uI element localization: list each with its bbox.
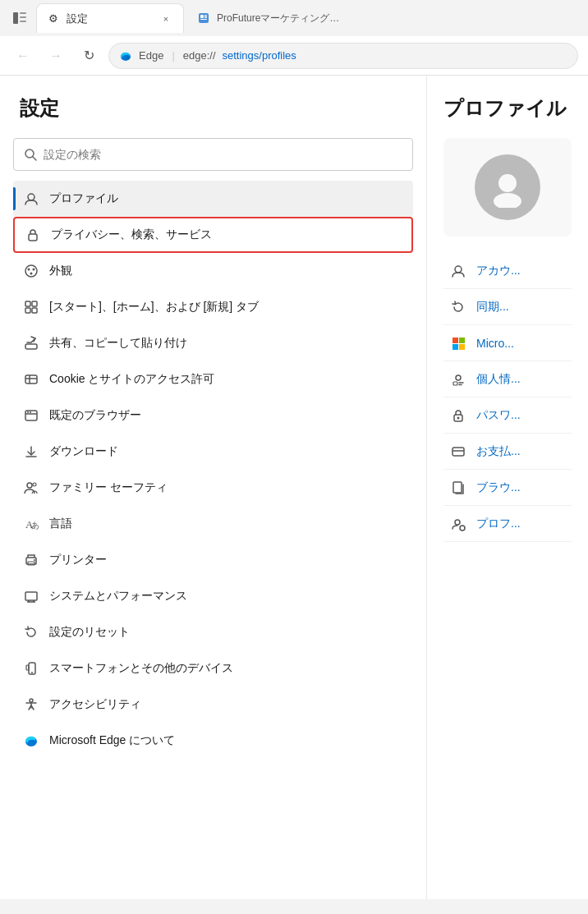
nav-item-downloads[interactable]: ダウンロード [13,434,413,470]
svg-rect-36 [28,562,34,565]
nav-item-profile[interactable]: プロファイル [13,181,413,217]
svg-point-15 [28,269,30,271]
nav-item-share[interactable]: 共有、コピーして貼り付け [13,325,413,361]
nav-item-system[interactable]: システムとパフォーマンス [13,578,413,614]
profile-sync-icon [450,299,466,315]
svg-rect-54 [459,344,465,350]
forward-icon: → [49,48,62,63]
svg-rect-21 [32,308,37,313]
search-box[interactable] [13,138,413,171]
profile-menu-account-label: アカウ... [476,264,521,278]
svg-text:あ: あ [31,521,39,530]
address-bar[interactable]: Edge | edge://settings/profiles [108,43,578,69]
profile-menu-sync[interactable]: 同期... [443,289,572,325]
svg-rect-52 [459,338,465,343]
browser-window: ⚙ 設定 × ProFutureマーケティングソリューシ... ← → ↻ [0,0,588,899]
svg-rect-3 [20,21,26,22]
profile-account-icon [450,263,466,279]
nav-item-start[interactable]: [スタート]、[ホーム]、および [新規] タブ [13,289,413,325]
search-input[interactable] [44,148,402,161]
back-icon: ← [16,48,30,63]
about-icon [23,733,39,749]
svg-point-9 [125,56,130,59]
settings-sidebar: 設定 プロファイルプライバシー、検索、サービス外観[スタート]、[ホーム]、およ… [0,76,427,899]
profile-menu-payment[interactable]: お支払... [443,434,572,470]
svg-rect-51 [452,338,458,343]
profile-browser-data-icon [450,480,466,496]
settings-title: 設定 [13,95,413,122]
svg-rect-61 [452,448,464,456]
tab-profuture[interactable]: ProFutureマーケティングソリューシ... [187,3,358,33]
profile-menu-personal[interactable]: 個人情... [443,361,572,397]
nav-item-cookies[interactable]: Cookie とサイトのアクセス許可 [13,361,413,397]
svg-point-16 [33,269,35,271]
address-protocol: edge:// [183,49,216,62]
nav-item-cookies-label: Cookie とサイトのアクセス許可 [49,372,214,387]
svg-rect-56 [453,382,457,385]
refresh-button[interactable]: ↻ [76,43,102,69]
profuture-tab-icon [197,11,210,25]
nav-item-accessibility[interactable]: アクセシビリティ [13,687,413,723]
profile-password-icon [450,407,466,424]
tab-settings[interactable]: ⚙ 設定 × [36,3,184,33]
nav-item-default-browser-label: 既定のブラウザー [49,408,141,423]
nav-item-privacy[interactable]: プライバシー、検索、サービス [13,217,413,253]
nav-item-about-label: Microsoft Edge について [49,733,175,748]
profile-section-title: プロファイル [443,95,572,122]
nav-item-default-browser[interactable]: 既定のブラウザー [13,397,413,434]
svg-rect-63 [453,482,462,493]
nav-item-reset-label: 設定のリセット [49,625,130,640]
settings-tab-icon: ⚙ [47,12,60,25]
language-icon: Aあ [23,516,39,532]
svg-point-31 [27,483,32,488]
profile-icon [23,191,39,207]
nav-item-appearance[interactable]: 外観 [13,253,413,289]
nav-item-printer[interactable]: プリンター [13,542,413,578]
svg-rect-23 [25,375,37,384]
tab-profuture-label: ProFutureマーケティングソリューシ... [217,11,348,25]
svg-point-48 [498,174,517,192]
appearance-icon [23,263,39,279]
svg-line-11 [33,157,36,160]
forward-button[interactable]: → [43,43,69,69]
nav-item-family[interactable]: ファミリー セーフティ [13,470,413,506]
profile-menu-profile-settings[interactable]: プロフ... [443,506,572,542]
back-button[interactable]: ← [10,43,36,69]
svg-point-14 [25,265,37,277]
nav-item-language[interactable]: Aあ言語 [13,506,413,542]
svg-rect-4 [199,13,209,23]
nav-item-printer-label: プリンター [49,553,107,567]
profile-menu-sync-label: 同期... [476,300,509,315]
edge-logo-icon [119,49,132,62]
profile-microsoft-icon [450,335,466,351]
svg-rect-2 [20,16,26,18]
nav-item-mobile-label: スマートフォンとその他のデバイス [49,661,233,676]
svg-rect-53 [452,344,458,350]
svg-rect-44 [26,665,29,670]
nav-item-reset[interactable]: 設定のリセット [13,614,413,650]
profile-menu-personal-label: 個人情... [476,372,521,387]
svg-rect-18 [25,301,30,306]
printer-icon [23,552,39,568]
search-icon [24,148,37,161]
nav-item-about[interactable]: Microsoft Edge について [13,723,413,759]
svg-rect-6 [200,19,207,20]
profile-menu-account[interactable]: アカウ... [443,253,572,289]
accessibility-icon [23,696,39,713]
refresh-icon: ↻ [84,48,94,63]
default-browser-icon [23,407,39,424]
avatar [475,154,540,220]
tab-bar: ⚙ 設定 × ProFutureマーケティングソリューシ... [0,0,588,36]
svg-rect-5 [200,15,204,18]
nav-item-mobile[interactable]: スマートフォンとその他のデバイス [13,650,413,687]
svg-point-45 [30,699,33,702]
tab-close-button[interactable]: × [158,11,173,26]
start-icon [23,299,39,315]
svg-rect-0 [13,12,18,24]
svg-point-37 [34,559,35,561]
profile-menu-microsoft[interactable]: Micro... [443,325,572,361]
profile-menu-browser-data[interactable]: ブラウ... [443,470,572,506]
profile-menu-password-label: パスワ... [476,408,521,423]
sidebar-toggle-button[interactable] [7,5,33,31]
profile-menu-password[interactable]: パスワ... [443,397,572,434]
